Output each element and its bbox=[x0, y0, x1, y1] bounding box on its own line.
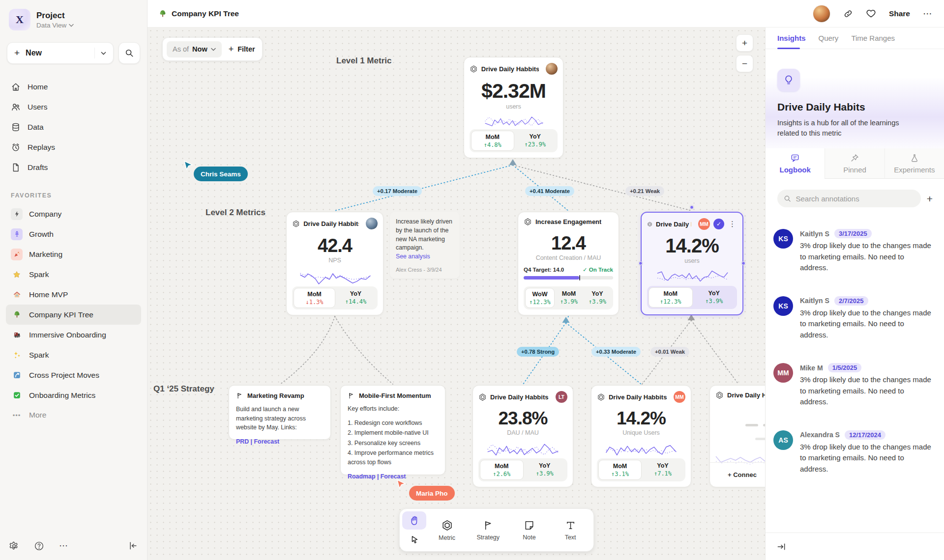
card-menu-icon[interactable]: ⋮ bbox=[728, 220, 737, 228]
share-button[interactable]: Share bbox=[889, 9, 910, 18]
project-switcher[interactable]: X Project Data View bbox=[6, 8, 141, 31]
metric-card-unconnected[interactable]: Drive Daily Hab + Connec bbox=[709, 385, 765, 487]
subtab-experiments[interactable]: Experiments bbox=[885, 148, 944, 179]
kpi-canvas[interactable]: As of Now + Filter + − Level 1 Metric Le… bbox=[148, 28, 765, 560]
owner-badge[interactable]: LT bbox=[556, 391, 567, 403]
annotation-item[interactable]: KS Kaitlyn S 3/17/2025 3% drop likely du… bbox=[766, 223, 944, 280]
tool-label: Strategy bbox=[476, 534, 500, 541]
sidebar-item-drafts[interactable]: Drafts bbox=[6, 157, 141, 177]
copy-link-icon[interactable] bbox=[843, 9, 853, 19]
annotation-date-badge[interactable]: 1/5/2025 bbox=[828, 363, 862, 372]
favorite-cross-project-moves[interactable]: Cross Project Moves bbox=[6, 365, 141, 385]
favorite-company[interactable]: Company bbox=[6, 204, 141, 224]
subtab-pinned[interactable]: Pinned bbox=[825, 148, 884, 179]
connect-metric-button[interactable]: + Connec bbox=[710, 462, 765, 487]
favorite-onboarding-metrics[interactable]: Onboarding Metrics bbox=[6, 385, 141, 405]
text-tool-button[interactable]: Text bbox=[550, 511, 591, 549]
stat-chip-yoy[interactable]: YoY ↑3.9% bbox=[693, 287, 736, 308]
gear-icon[interactable] bbox=[9, 541, 19, 551]
sidebar-search-button[interactable] bbox=[118, 42, 140, 64]
favorite-company-kpi-tree[interactable]: Company KPI Tree bbox=[6, 305, 141, 325]
favorite-spark[interactable]: Spark bbox=[6, 264, 141, 284]
stat-chip-yoy[interactable]: YoY ↑23.9% bbox=[514, 131, 557, 151]
new-button[interactable]: + New bbox=[7, 42, 114, 64]
stat-chip-mom[interactable]: MoM ↑4.8% bbox=[471, 131, 514, 151]
strategy-card-marketing-revamp[interactable]: Marketing Revamp Build and launch a new … bbox=[229, 385, 331, 440]
metric-card-drive-daily-habits-nps[interactable]: Drive Daily Habbits 42.4 NPS MoM ↓1.3% Y… bbox=[286, 212, 384, 315]
zoom-out-button[interactable]: − bbox=[736, 55, 753, 72]
annotation-search[interactable] bbox=[777, 190, 921, 207]
stat-chip-yoy[interactable]: YoY ↑3.9% bbox=[524, 460, 566, 480]
favorite-marketing[interactable]: Marketing bbox=[6, 244, 141, 264]
owner-badge[interactable]: MM bbox=[698, 218, 710, 230]
strategy-card-mobile-first-momentum[interactable]: Mobile-First Momentum Key efforts includ… bbox=[340, 385, 445, 475]
selection-handle[interactable] bbox=[741, 261, 745, 265]
zoom-in-button[interactable]: + bbox=[736, 34, 753, 52]
tab-time-ranges[interactable]: Time Ranges bbox=[851, 34, 895, 42]
stat-chip-mom[interactable]: MoM ↓1.3% bbox=[294, 288, 335, 308]
stat-chip-yoy[interactable]: YoY ↑7.1% bbox=[642, 460, 684, 480]
stat-chip-mom[interactable]: MoM ↑12.3% bbox=[649, 287, 693, 308]
stat-chip-mom[interactable]: MoM ↑3.1% bbox=[598, 460, 642, 480]
more-options-icon[interactable]: ⋯ bbox=[923, 8, 933, 19]
strategy-links[interactable]: Roadmap | Forecast bbox=[348, 473, 438, 480]
annotation-item[interactable]: AS Alexandra S 12/17/2024 3% drop likely… bbox=[766, 424, 944, 481]
sidebar-item-replays[interactable]: Replays bbox=[6, 137, 141, 157]
tab-query[interactable]: Query bbox=[819, 34, 839, 42]
collapse-sidebar-icon[interactable] bbox=[128, 541, 138, 551]
sidebar-item-data[interactable]: Data bbox=[6, 117, 141, 137]
chevron-down-icon bbox=[69, 24, 74, 27]
metric-card-drive-daily-habits-selected[interactable]: Drive Daily Habb.. MM ✓ ⋮ 14.2% users Mo… bbox=[641, 212, 743, 315]
hand-tool-button[interactable] bbox=[402, 511, 426, 530]
metric-card-unique-users[interactable]: Drive Daily Habbits MM 14.2% Unique User… bbox=[591, 385, 691, 487]
stat-chip-mom[interactable]: MoM ↑2.6% bbox=[480, 460, 524, 480]
subtab-logbook[interactable]: Logbook bbox=[766, 148, 825, 179]
help-icon[interactable] bbox=[34, 541, 44, 551]
annotation-date-badge[interactable]: 2/7/2025 bbox=[834, 296, 868, 306]
favorite-label: Spark bbox=[29, 351, 49, 360]
as-of-dropdown[interactable]: As of Now bbox=[167, 41, 222, 57]
owner-avatar[interactable] bbox=[546, 63, 558, 75]
stat-chip-mom[interactable]: MoM ↑3.9% bbox=[555, 288, 583, 308]
favorite-immersive-onboarding[interactable]: Immersive Onboarding bbox=[6, 325, 141, 345]
selection-handle[interactable] bbox=[690, 205, 694, 209]
annotation-note-card[interactable]: Increase likely driven by the launch of … bbox=[390, 212, 460, 279]
favorite-label: Cross Project Moves bbox=[29, 371, 99, 380]
annotation-item[interactable]: MM Mike M 1/5/2025 3% drop likely due to… bbox=[766, 357, 944, 414]
metric-card-drive-daily-habits-l1[interactable]: Drive Daily Habbits $2.32M users MoM ↑4.… bbox=[464, 57, 563, 158]
favorites-more[interactable]: ••• More bbox=[6, 405, 141, 425]
owner-avatar[interactable] bbox=[366, 218, 378, 229]
favorites-list: Company Growth Marketing Spark Home MVP … bbox=[6, 204, 141, 425]
favorite-growth[interactable]: Growth bbox=[6, 224, 141, 244]
note-tool-button[interactable]: Note bbox=[509, 511, 550, 549]
annotation-search-input[interactable] bbox=[796, 195, 914, 203]
collapse-panel-icon[interactable] bbox=[776, 542, 786, 552]
tab-insights[interactable]: Insights bbox=[777, 34, 806, 42]
stat-chip-wow[interactable]: WoW ↑12.3% bbox=[525, 288, 555, 308]
stat-chip-yoy[interactable]: YoY ↑14.4% bbox=[335, 288, 376, 308]
strategy-links[interactable]: PRD | Forecast bbox=[236, 438, 324, 445]
favorite-home-mvp[interactable]: Home MVP bbox=[6, 284, 141, 305]
more-horizontal-icon[interactable]: ⋯ bbox=[59, 540, 68, 551]
metric-tool-button[interactable]: Metric bbox=[426, 511, 468, 549]
owner-badge[interactable]: MM bbox=[674, 391, 685, 403]
annotation-date-badge[interactable]: 12/17/2024 bbox=[845, 430, 885, 440]
favorite-spark-2[interactable]: Spark bbox=[6, 345, 141, 365]
sidebar-item-home[interactable]: Home bbox=[6, 77, 141, 97]
stat-value: ↑7.1% bbox=[642, 470, 684, 477]
metric-card-dau-mau[interactable]: Drive Daily Habbits LT 23.8% DAU / MAU M… bbox=[472, 385, 573, 487]
annotation-date-badge[interactable]: 3/17/2025 bbox=[834, 229, 872, 238]
user-avatar[interactable] bbox=[813, 5, 830, 23]
filter-button[interactable]: + Filter bbox=[229, 44, 255, 55]
selection-handle[interactable] bbox=[639, 261, 643, 265]
stat-chip-yoy[interactable]: YoY ↑3.9% bbox=[583, 288, 612, 308]
annotation-item[interactable]: KS Kaitlyn S 2/7/2025 3% drop likely due… bbox=[766, 290, 944, 347]
sidebar-item-users[interactable]: Users bbox=[6, 97, 141, 117]
chevron-down-icon[interactable] bbox=[101, 52, 106, 55]
favorite-heart-icon[interactable] bbox=[866, 8, 876, 19]
select-tool-button[interactable] bbox=[402, 531, 426, 549]
see-analysis-link[interactable]: See analysis bbox=[396, 253, 454, 260]
add-annotation-button[interactable]: + bbox=[927, 194, 933, 204]
metric-card-increase-engagement[interactable]: Increase Engagement 12.4 Content Creatio… bbox=[518, 212, 619, 315]
strategy-tool-button[interactable]: Strategy bbox=[468, 511, 509, 549]
